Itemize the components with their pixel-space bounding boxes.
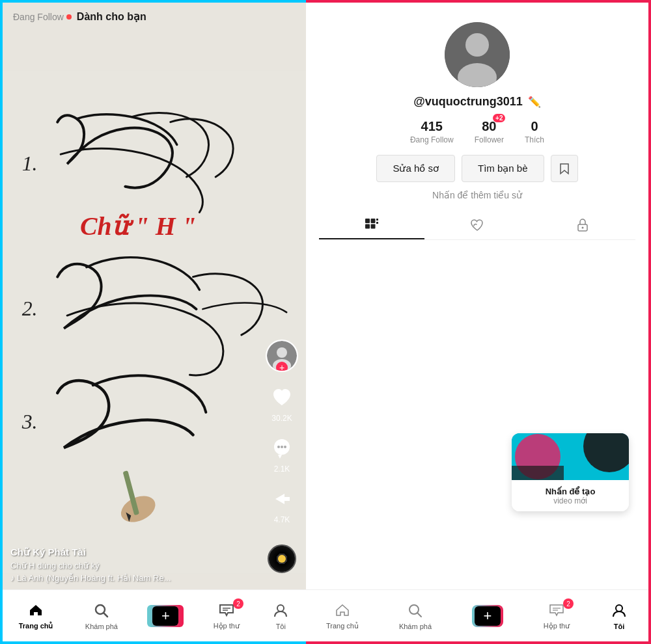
svg-text:Chữ " H ": Chữ " H " — [80, 212, 197, 241]
svg-point-40 — [616, 605, 622, 611]
profile-icon-right — [610, 602, 628, 620]
following-label: Đang Follow — [13, 12, 64, 22]
svg-marker-15 — [278, 455, 282, 459]
following-stat-label: Đang Follow — [410, 135, 454, 144]
nav-inbox-right[interactable]: 2 Hộp thư — [544, 601, 570, 630]
nav-inbox-label-left: Hộp thư — [214, 622, 240, 630]
comment-action[interactable]: 2.1K — [267, 433, 297, 474]
create-button-left[interactable]: + — [150, 605, 181, 627]
profile-header: @vuquoctrung3011 ✏️ 415 Đang Follow 80 +… — [306, 3, 648, 240]
profile-avatar — [445, 22, 510, 87]
svg-rect-27 — [371, 224, 376, 229]
svg-rect-25 — [371, 219, 376, 223]
video-actions: 30.2K 2.1K 4.7K — [266, 340, 298, 524]
for-you-label[interactable]: Dành cho bạn — [77, 10, 146, 23]
following-count: 415 — [421, 119, 443, 134]
nav-me-right[interactable]: Tôi — [610, 602, 628, 630]
likes-stat: 0 Thích — [525, 119, 544, 144]
edit-profile-button[interactable]: Sửa hồ sơ — [376, 155, 455, 182]
svg-rect-24 — [365, 219, 370, 223]
following-tab[interactable]: Đang Follow — [13, 12, 72, 22]
nav-me-label-left: Tôi — [276, 623, 286, 630]
creator-avatar[interactable] — [266, 340, 298, 372]
plus-inner-left: + — [152, 606, 178, 626]
svg-point-31 — [582, 227, 584, 229]
search-icon-left — [92, 602, 111, 620]
nav-plus-left[interactable]: + — [150, 605, 181, 627]
create-video-background — [512, 433, 629, 480]
nav-explore-left[interactable]: Khám phá — [85, 602, 118, 630]
likes-count: 0 — [531, 119, 538, 134]
svg-point-22 — [465, 33, 489, 57]
video-background: 1. Chữ " H " 2. 3. — [3, 3, 306, 641]
username-text: @vuquoctrung3011 — [413, 95, 523, 109]
nav-home-right[interactable]: Trang chủ — [326, 601, 359, 630]
nav-home-label-right: Trang chủ — [326, 622, 359, 630]
nav-explore-label-right: Khám phá — [399, 623, 432, 630]
comment-count: 2.1K — [274, 464, 290, 474]
edit-profile-icon[interactable]: ✏️ — [528, 96, 541, 108]
share-action[interactable]: 4.7K — [267, 484, 297, 524]
nav-home-left[interactable]: Trang chủ — [19, 601, 53, 630]
video-music: ♪ Là Anh (Nguyễn Hoàng ft. Hải Nam Re... — [10, 573, 260, 583]
create-video-text: Nhấn để tạo video mới — [512, 480, 629, 511]
bottom-nav-right: Trang chủ Khám phá + — [306, 589, 648, 641]
right-panel: @vuquoctrung3011 ✏️ 415 Đang Follow 80 +… — [306, 0, 651, 644]
plus-inner-right: + — [475, 606, 501, 626]
inbox-icon-right: 2 — [547, 601, 566, 619]
svg-text:3.: 3. — [21, 410, 38, 433]
video-title: Chữ Ký Phát Tài — [10, 546, 260, 558]
svg-point-9 — [277, 347, 287, 358]
search-icon-right — [406, 602, 424, 620]
profile-username: @vuquoctrung3011 ✏️ — [413, 95, 541, 109]
inbox-icon-left: 2 — [217, 601, 236, 619]
likes-stat-label: Thích — [525, 135, 544, 144]
svg-line-17 — [104, 613, 107, 617]
followers-count: 80 +2 — [482, 119, 496, 134]
svg-point-12 — [277, 446, 280, 448]
svg-rect-29 — [376, 222, 378, 224]
create-video-subtitle: video mới — [553, 496, 587, 505]
profile-icon-left — [271, 602, 290, 620]
share-count: 4.7K — [274, 515, 290, 524]
nav-explore-label-left: Khám phá — [85, 623, 118, 630]
nav-me-left[interactable]: Tôi — [271, 602, 290, 630]
nav-inbox-label-right: Hộp thư — [544, 622, 570, 630]
svg-point-14 — [284, 446, 286, 448]
tab-videos[interactable] — [319, 211, 424, 239]
svg-rect-26 — [365, 224, 370, 229]
bio-hint[interactable]: Nhấn để thêm tiểu sử — [432, 190, 522, 200]
svg-text:1.: 1. — [22, 152, 38, 175]
disc-center — [278, 555, 286, 563]
nav-plus-right[interactable]: + — [472, 605, 503, 627]
svg-line-37 — [417, 613, 421, 617]
profile-content: Nhấn để tạo video mới — [306, 240, 648, 589]
tab-private[interactable] — [530, 211, 635, 239]
nav-home-label-left: Trang chủ — [19, 622, 53, 630]
video-info: Chữ Ký Phát Tài Chữ H dùng cho chữ ký ♪ … — [10, 546, 260, 583]
create-video-card[interactable]: Nhấn để tạo video mới — [512, 433, 629, 511]
left-panel: 1. Chữ " H " 2. 3. — [0, 0, 306, 644]
bottom-nav-left: Trang chủ Khám phá + — [3, 589, 306, 641]
inbox-badge-right: 2 — [563, 598, 574, 609]
following-stat: 415 Đang Follow — [410, 119, 454, 144]
svg-point-20 — [277, 605, 284, 611]
followers-stat-label: Follower — [475, 135, 504, 144]
nav-me-label-right: Tôi — [614, 623, 625, 630]
bookmark-button[interactable] — [551, 155, 578, 182]
video-top-bar: Đang Follow Dành cho bạn — [3, 3, 306, 31]
tab-liked[interactable] — [424, 211, 530, 239]
profile-actions: Sửa hồ sơ Tìm bạn bè — [319, 155, 635, 182]
music-disc — [268, 544, 296, 573]
home-icon — [27, 601, 45, 619]
nav-inbox-left[interactable]: 2 Hộp thư — [214, 601, 240, 630]
nav-explore-right[interactable]: Khám phá — [399, 602, 432, 630]
create-button-right[interactable]: + — [472, 605, 503, 627]
like-action[interactable]: 30.2K — [267, 382, 297, 423]
share-icon — [267, 484, 297, 514]
find-friends-button[interactable]: Tìm bạn bè — [462, 155, 544, 182]
like-count: 30.2K — [271, 414, 292, 423]
followers-stat: 80 +2 Follower — [475, 119, 504, 144]
profile-tabs — [319, 211, 635, 240]
comment-icon — [267, 433, 297, 463]
